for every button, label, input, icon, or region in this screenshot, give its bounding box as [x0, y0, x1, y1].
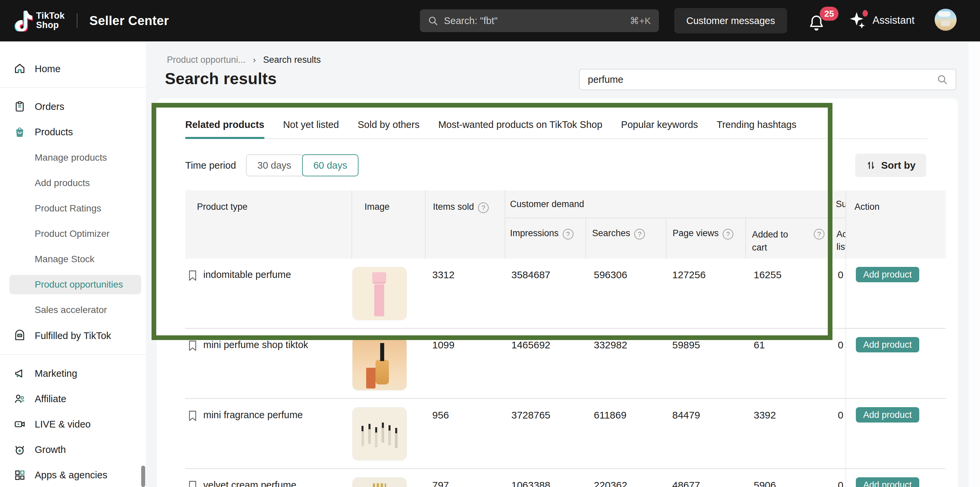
col-group-customer-demand: Customer demand — [505, 190, 831, 218]
tab-related-products[interactable]: Related products — [185, 119, 264, 138]
sidebar-item-apps-agencies[interactable]: Apps & agencies — [10, 465, 141, 485]
add-product-button[interactable]: Add product — [856, 407, 919, 423]
tab-sold-by-others[interactable]: Sold by others — [358, 119, 420, 138]
product-image — [352, 267, 407, 320]
active-listings-cell: 0 — [831, 469, 845, 487]
col-added-to-cart: Added to cart ? — [745, 218, 831, 259]
page-views-cell: 127256 — [666, 259, 745, 328]
searches-cell: 611869 — [585, 399, 666, 468]
product-image-cell — [352, 469, 426, 487]
sort-by-button[interactable]: Sort by — [855, 154, 926, 177]
help-icon[interactable]: ? — [478, 203, 488, 213]
search-icon — [428, 16, 438, 26]
filter-row: Time period 30 days 60 days Sort by — [185, 154, 926, 177]
help-icon[interactable]: ? — [634, 229, 645, 240]
action-cell: Add product — [845, 469, 946, 487]
col-items-sold: Items sold ? — [426, 190, 505, 259]
table-row[interactable]: mini perfume shop tiktok 1099 1465692 33… — [185, 329, 946, 399]
impressions-cell: 3584687 — [505, 259, 585, 328]
video-camera-icon — [13, 418, 26, 431]
fbt-box-icon — [13, 329, 26, 342]
searches-cell: 332982 — [585, 329, 666, 398]
sidebar-scrollbar-thumb[interactable] — [141, 466, 145, 487]
brand-divider — [77, 13, 78, 28]
table-header: Product type Image Items sold ? Customer… — [185, 190, 946, 259]
breadcrumb-parent[interactable]: Product opportuni... — [167, 55, 246, 65]
items-sold-cell: 797 — [426, 469, 505, 487]
added-to-cart-cell: 3392 — [745, 399, 831, 468]
time-period-30-days[interactable]: 30 days — [246, 154, 303, 176]
tab-not-yet-listed[interactable]: Not yet listed — [283, 119, 339, 138]
sidebar-item-manage-products[interactable]: Manage products — [10, 148, 141, 167]
bookmark-icon[interactable] — [188, 340, 197, 351]
chevron-right-icon: › — [253, 55, 256, 65]
table-row[interactable]: velvet cream perfume 797 1063388 220362 … — [185, 469, 946, 487]
sidebar-item-fulfilled-by-tiktok[interactable]: Fulfilled by TikTok — [10, 326, 141, 346]
tab-popular-keywords[interactable]: Popular keywords — [621, 119, 698, 138]
impressions-cell: 1063388 — [505, 469, 585, 487]
sidebar-item-orders[interactable]: Orders — [10, 97, 141, 117]
sidebar-item-live-video[interactable]: LIVE & video — [10, 414, 141, 434]
product-image — [352, 477, 407, 487]
notifications-button[interactable]: 25 — [808, 9, 834, 35]
main-content: Product opportuni... › Search results Se… — [146, 42, 980, 487]
account-avatar[interactable] — [935, 9, 957, 31]
sidebar-item-home[interactable]: Home — [10, 59, 141, 79]
page-scrollbar-track[interactable] — [969, 42, 980, 487]
bookmark-icon[interactable] — [188, 410, 197, 422]
megaphone-icon — [13, 367, 26, 380]
help-icon[interactable]: ? — [723, 229, 733, 240]
tab-most-wanted[interactable]: Most-wanted products on TikTok Shop — [438, 119, 603, 138]
col-image: Image — [352, 190, 426, 259]
keyword-search-value: perfume — [588, 74, 937, 85]
tab-bar: Related products Not yet listed Sold by … — [185, 99, 928, 139]
sidebar-divider — [0, 354, 146, 355]
help-icon[interactable]: ? — [563, 229, 573, 240]
bookmark-icon[interactable] — [188, 480, 197, 487]
col-page-views: Page views ? — [666, 218, 745, 259]
sidebar-item-sales-accelerator[interactable]: Sales accelerator — [10, 300, 141, 320]
impressions-cell: 3728765 — [505, 399, 585, 468]
searches-cell: 220362 — [585, 469, 666, 487]
action-cell: Add product — [845, 329, 946, 398]
table-row[interactable]: mini fragrance perfume 956 3728765 61186… — [185, 399, 946, 469]
sidebar-item-product-ratings[interactable]: Product Ratings — [10, 199, 141, 218]
impressions-cell: 1465692 — [505, 329, 585, 398]
table-body: indomitable perfume 3312 3584687 596306 … — [185, 259, 946, 487]
sidebar-item-product-optimizer[interactable]: Product Optimizer — [10, 224, 141, 244]
table-row[interactable]: indomitable perfume 3312 3584687 596306 … — [185, 259, 946, 329]
sidebar-item-growth[interactable]: Growth — [10, 439, 141, 460]
tab-trending-hashtags[interactable]: Trending hashtags — [717, 119, 796, 138]
time-period-60-days[interactable]: 60 days — [302, 154, 359, 176]
col-group-supply: Supply — [831, 190, 845, 218]
customer-messages-button[interactable]: Customer messages — [674, 8, 787, 34]
add-product-button[interactable]: Add product — [856, 337, 919, 352]
product-image-cell — [352, 329, 426, 398]
page-views-cell: 84479 — [666, 399, 745, 468]
brand-wordmark: TikTok Shop — [36, 11, 65, 30]
assistant-button[interactable]: Assistant — [848, 10, 915, 31]
apps-grid-icon — [13, 469, 26, 481]
breadcrumb: Product opportuni... › Search results — [167, 55, 321, 65]
keyword-search-input[interactable]: perfume — [579, 69, 956, 90]
add-product-button[interactable]: Add product — [856, 267, 919, 282]
sidebar-nav: Home Orders Products Manage products Add… — [0, 42, 146, 487]
add-product-button[interactable]: Add product — [856, 477, 919, 487]
help-icon[interactable]: ? — [814, 229, 824, 240]
sidebar-item-product-opportunities[interactable]: Product opportunities — [10, 275, 141, 294]
page-views-cell: 48677 — [666, 469, 745, 487]
tiktok-shop-logo[interactable]: TikTok Shop — [14, 10, 65, 31]
added-to-cart-cell: 5906 — [745, 469, 831, 487]
col-active-listings: Active listings — [831, 218, 845, 259]
sidebar-item-affiliate[interactable]: Affiliate — [10, 389, 141, 409]
bookmark-icon[interactable] — [188, 270, 197, 281]
global-search-placeholder: Search: "fbt" — [444, 15, 630, 26]
sidebar-item-manage-stock[interactable]: Manage Stock — [10, 249, 141, 269]
sidebar-item-marketing[interactable]: Marketing — [10, 363, 141, 383]
sidebar-item-add-products[interactable]: Add products — [10, 173, 141, 193]
global-search-input[interactable]: Search: "fbt" ⌘+K — [420, 10, 659, 32]
time-period-label: Time period — [185, 160, 236, 171]
searches-cell: 596306 — [585, 259, 666, 328]
breadcrumb-current: Search results — [263, 55, 321, 65]
sidebar-item-products[interactable]: Products — [10, 122, 141, 142]
